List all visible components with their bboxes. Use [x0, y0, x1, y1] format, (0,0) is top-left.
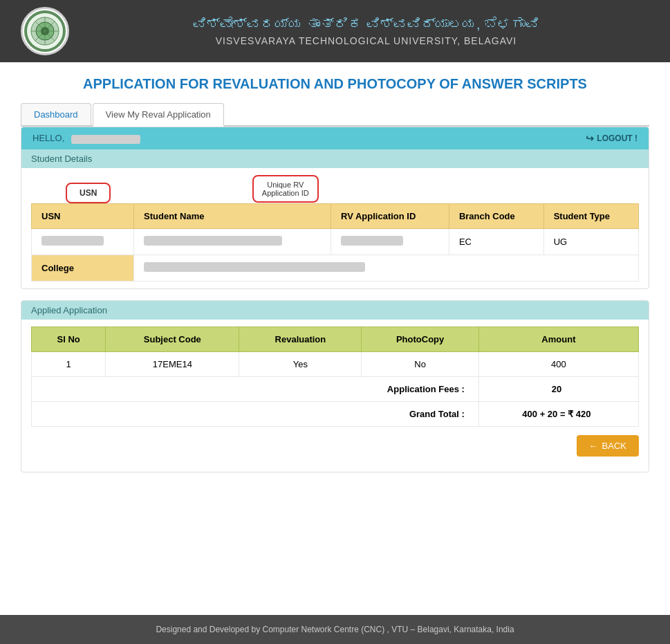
usn-callout-wrapper: USN	[31, 183, 111, 203]
app-col-slno: Sl No	[32, 327, 106, 352]
logo-image	[24, 10, 66, 52]
college-label: College	[32, 255, 134, 282]
page-footer: Designed and Developed by Computer Netwo…	[0, 615, 670, 644]
application-card: Applied Application Sl No Subject Code R…	[21, 300, 649, 472]
col-student-type: Student Type	[543, 204, 638, 229]
student-data-row: EC UG	[32, 229, 639, 255]
back-arrow-icon: ←	[589, 441, 598, 451]
grand-total-label: Grand Total :	[32, 402, 479, 427]
cell-revaluation: Yes	[239, 352, 362, 377]
application-table-wrapper: Sl No Subject Code Revaluation PhotoCopy…	[21, 320, 649, 472]
tab-view-reval[interactable]: View My Reval Application	[93, 103, 224, 127]
student-table-wrapper: USN Student Name RV Application ID Branc…	[21, 203, 649, 288]
header-text-block: ವಿಶ್ವೇಶ್ವರಯ್ಯ ತಾಂತ್ರಿಕ ವಿಶ್ವವಿದ್ಯಾಲಯ, ಬೆ…	[83, 17, 649, 46]
university-name-english: VISVESVARAYA TECHNOLOGICAL UNIVERSITY, B…	[83, 35, 649, 46]
cell-branch-code: EC	[449, 229, 543, 255]
col-usn: USN	[32, 204, 134, 229]
grand-total-value: 400 + 20 = ₹ 420	[478, 402, 638, 427]
hello-bar: HELLO, ↪ LOGOUT !	[21, 127, 649, 149]
rv-callout-wrapper: Unique RV Application ID	[252, 175, 319, 203]
fees-amount: 20	[478, 377, 638, 402]
logout-icon: ↪	[586, 133, 594, 144]
app-col-amount: Amount	[478, 327, 638, 352]
footer-text: Designed and Developed by Computer Netwo…	[156, 625, 514, 634]
college-value	[134, 255, 639, 282]
applied-application-header: Applied Application	[21, 301, 649, 320]
rv-callout-bubble: Unique RV Application ID	[252, 175, 319, 203]
cell-rv-id	[331, 229, 449, 255]
grand-total-row: Grand Total : 400 + 20 = ₹ 420	[32, 402, 639, 427]
back-button[interactable]: ← BACK	[577, 435, 639, 457]
student-details-header: Student Details	[21, 149, 649, 168]
tab-dashboard[interactable]: Dashboard	[21, 103, 91, 125]
page-title: APPLICATION FOR REVALUATION AND PHOTOCOP…	[21, 76, 649, 92]
col-rv-app-id: RV Application ID	[331, 204, 449, 229]
callout-area: USN Unique RV Application ID	[21, 168, 649, 203]
fees-row: Application Fees : 20	[32, 377, 639, 402]
app-col-revaluation: Revaluation	[239, 327, 362, 352]
cell-subject-code: 17EME14	[106, 352, 239, 377]
cell-slno: 1	[32, 352, 106, 377]
cell-name	[134, 229, 331, 255]
cell-student-type: UG	[543, 229, 638, 255]
back-button-container: ← BACK	[31, 427, 639, 465]
col-branch-code: Branch Code	[449, 204, 543, 229]
app-col-photocopy: PhotoCopy	[362, 327, 478, 352]
usn-callout-bubble: USN	[66, 183, 111, 203]
student-card: HELLO, ↪ LOGOUT ! Student Details USN	[21, 127, 649, 289]
cell-amount: 400	[478, 352, 638, 377]
col-student-name: Student Name	[134, 204, 331, 229]
page-header: ವಿಶ್ವೇಶ್ವರಯ್ಯ ತಾಂತ್ರಿಕ ವಿಶ್ವವಿದ್ಯಾಲಯ, ಬೆ…	[0, 0, 670, 62]
tabs-bar: Dashboard View My Reval Application	[21, 103, 649, 127]
student-name-blurred	[71, 135, 140, 144]
logout-button[interactable]: ↪ LOGOUT !	[586, 133, 638, 144]
application-table: Sl No Subject Code Revaluation PhotoCopy…	[31, 326, 639, 427]
college-row: College	[32, 255, 639, 282]
cell-photocopy: No	[362, 352, 478, 377]
greeting-text: HELLO,	[32, 133, 140, 143]
cell-usn	[32, 229, 134, 255]
app-col-subject: Subject Code	[106, 327, 239, 352]
student-table: USN Student Name RV Application ID Branc…	[31, 203, 639, 282]
university-logo	[21, 7, 69, 55]
table-row: 1 17EME14 Yes No 400	[32, 352, 639, 377]
main-content: APPLICATION FOR REVALUATION AND PHOTOCOP…	[0, 62, 670, 615]
university-name-kannada: ವಿಶ್ವೇಶ್ವರಯ್ಯ ತಾಂತ್ರಿಕ ವಿಶ್ವವಿದ್ಯಾಲಯ, ಬೆ…	[83, 17, 649, 33]
fees-label: Application Fees :	[32, 377, 479, 402]
